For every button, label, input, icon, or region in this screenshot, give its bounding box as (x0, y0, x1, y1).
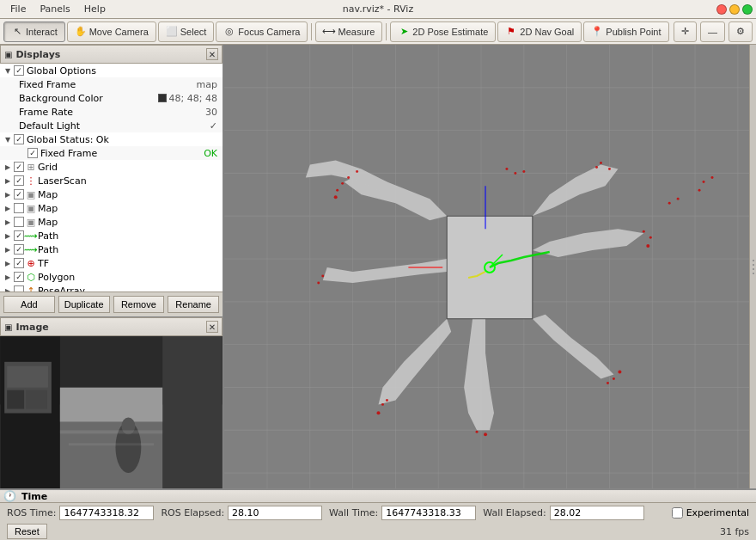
svg-point-46 (356, 170, 358, 173)
measure-button[interactable]: ⟷ Measure (315, 21, 382, 42)
handle-dot (753, 260, 754, 261)
ros-elapsed-value: 28.10 (228, 506, 322, 520)
2d-pose-button[interactable]: ➤ 2D Pose Estimate (390, 21, 496, 42)
svg-point-50 (334, 195, 338, 199)
svg-point-63 (600, 162, 602, 164)
svg-point-62 (607, 382, 609, 384)
image-panel-icon: ▣ (4, 322, 12, 332)
expand-arrow: ▶ (5, 163, 14, 171)
focus-camera-button[interactable]: ◎ Focus Camera (216, 21, 308, 42)
select-button[interactable]: ⬜ Select (158, 21, 215, 42)
list-item[interactable]: ▶ ▣ Map (0, 201, 223, 215)
list-item[interactable]: ▶ ▣ Map (0, 215, 223, 229)
svg-point-48 (341, 182, 344, 185)
list-item[interactable]: ▼ ✓ Global Status: Ok (0, 132, 223, 146)
checkbox[interactable] (14, 217, 24, 227)
toolbar-separator-2 (386, 23, 387, 40)
wall-time-label: Wall Time: (329, 507, 378, 519)
checkbox[interactable]: ✓ (14, 258, 24, 268)
polygon-icon: ⬡ (27, 273, 35, 281)
color-swatch (158, 94, 167, 102)
move-camera-button[interactable]: ✋ Move Camera (67, 21, 156, 42)
ros-elapsed-field: ROS Elapsed: 28.10 (161, 506, 322, 520)
wall-elapsed-label: Wall Elapsed: (483, 507, 546, 519)
list-item[interactable]: ▶ ✓ ⊕ TF (0, 256, 223, 270)
svg-rect-4 (60, 388, 162, 422)
list-item[interactable]: Frame Rate 30 (0, 105, 223, 119)
toolbar: ↖ Interact ✋ Move Camera ⬜ Select ◎ Focu… (0, 19, 756, 45)
menu-file[interactable]: File (3, 2, 33, 16)
image-panel-close[interactable]: ✕ (206, 321, 218, 333)
svg-rect-3 (162, 336, 223, 488)
list-item[interactable]: ▶ ✓ ⊞ Grid (0, 160, 223, 174)
resize-handle[interactable] (749, 45, 756, 488)
interact-label: Interact (26, 27, 58, 37)
toolbar-extra-2[interactable]: — (700, 21, 725, 42)
list-item[interactable]: Background Color 48; 48; 48 (0, 91, 223, 105)
3d-view[interactable] (223, 45, 756, 488)
item-label: Fixed Frame (19, 79, 197, 90)
window-title: nav.rviz* - RViz (343, 3, 413, 15)
checkbox[interactable]: ✓ (14, 134, 24, 144)
minimize-button[interactable] (729, 4, 740, 15)
list-item[interactable]: ▶ ✓ ⟿ Path (0, 242, 223, 256)
path-icon: ⟿ (27, 231, 35, 240)
time-panel-header: 🕐 Time (0, 490, 756, 503)
interact-button[interactable]: ↖ Interact (3, 21, 65, 42)
toolbar-extra-1[interactable]: ✛ (674, 21, 697, 42)
experimental-label: Experimental (686, 507, 749, 519)
svg-point-68 (476, 431, 479, 433)
svg-point-70 (505, 168, 508, 170)
svg-point-56 (698, 189, 701, 192)
2d-nav-icon: ⚑ (505, 26, 517, 38)
displays-panel-icon: ▣ (4, 50, 12, 59)
list-item[interactable]: ▼ ✓ Global Options (0, 64, 223, 77)
focus-camera-icon: ◎ (223, 26, 235, 38)
duplicate-display-button[interactable]: Duplicate (58, 296, 110, 313)
checkbox[interactable]: ✓ (14, 162, 24, 172)
item-label: Global Options (27, 65, 221, 77)
checkbox[interactable]: ✓ (14, 189, 24, 199)
close-button[interactable] (716, 4, 727, 15)
interact-icon: ↖ (11, 26, 23, 38)
checkbox[interactable]: ✓ (14, 175, 24, 186)
select-label: Select (180, 27, 207, 37)
list-item[interactable]: Default Light ✓ (0, 119, 223, 132)
2d-nav-button[interactable]: ⚑ 2D Nav Goal (497, 21, 582, 42)
displays-close-button[interactable]: ✕ (206, 48, 218, 60)
svg-point-72 (522, 170, 525, 173)
displays-header: ▣ Displays ✕ (0, 45, 223, 64)
add-display-button[interactable]: Add (3, 296, 55, 313)
checkbox[interactable]: ✓ (14, 230, 24, 241)
measure-label: Measure (338, 27, 375, 37)
checkbox[interactable]: ✓ (14, 244, 24, 255)
expand-arrow: ▶ (5, 232, 14, 240)
menu-panels[interactable]: Panels (33, 2, 76, 16)
maximize-button[interactable] (742, 4, 753, 15)
time-panel: 🕐 Time ROS Time: 1647743318.32 ROS Elaps… (0, 488, 756, 540)
rename-display-button[interactable]: Rename (168, 296, 219, 313)
item-label: Polygon (38, 272, 221, 283)
menu-help[interactable]: Help (77, 2, 113, 16)
list-item[interactable]: ▶ ✓ ▣ Map (0, 187, 223, 201)
list-item[interactable]: ▶ ↑ PoseArray (0, 284, 223, 291)
experimental-checkbox[interactable] (672, 507, 683, 519)
reset-button[interactable]: Reset (7, 524, 47, 539)
checkbox[interactable]: ✓ (27, 148, 38, 158)
ros-elapsed-label: ROS Elapsed: (161, 507, 224, 519)
list-item[interactable]: ▶ ✓ ⟿ Path (0, 229, 223, 242)
checkbox[interactable]: ✓ (14, 65, 24, 76)
list-item[interactable]: ✓ Fixed Frame OK (0, 146, 223, 160)
checkbox[interactable] (14, 285, 24, 291)
svg-point-60 (613, 377, 615, 380)
checkbox[interactable] (14, 203, 24, 213)
list-item[interactable]: ▶ ✓ ⋮ LaserScan (0, 174, 223, 187)
remove-display-button[interactable]: Remove (113, 296, 165, 313)
main-layout: ▣ Displays ✕ ▼ ✓ Global Options Fixed Fr… (0, 45, 756, 488)
publish-point-button[interactable]: 📍 Publish Point (583, 21, 668, 42)
checkbox[interactable]: ✓ (14, 272, 24, 282)
toolbar-extra-3[interactable]: ⚙ (729, 21, 753, 42)
svg-point-53 (646, 244, 649, 248)
list-item[interactable]: Fixed Frame map (0, 77, 223, 91)
list-item[interactable]: ▶ ✓ ⬡ Polygon (0, 270, 223, 284)
